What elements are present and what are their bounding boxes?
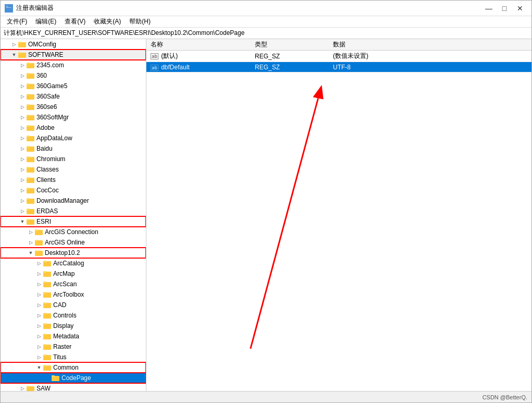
- label-classes: Classes: [36, 166, 59, 173]
- expander-saw[interactable]: ▷: [18, 384, 27, 391]
- expander-codepage[interactable]: [43, 374, 52, 382]
- tree-item-appdatalow[interactable]: ▷ AppDataLow: [1, 133, 146, 143]
- tree-item-downloadmgr[interactable]: ▷ DownloadManager: [1, 196, 146, 206]
- folder-icon-saw: [27, 385, 35, 391]
- svg-rect-18: [27, 115, 30, 116]
- tree-item-arcmap[interactable]: ▷ ArcMap: [1, 268, 146, 279]
- expander-clients[interactable]: ▷: [18, 176, 27, 184]
- expander-arcmap[interactable]: ▷: [35, 270, 43, 278]
- expander-baidu[interactable]: ▷: [18, 144, 27, 153]
- close-button[interactable]: ✕: [513, 3, 527, 14]
- expander-360[interactable]: ▷: [18, 71, 27, 80]
- tree-item-esri[interactable]: ▼ ESRI: [1, 216, 146, 227]
- expander-appdatalow[interactable]: ▷: [18, 134, 27, 142]
- tree-item-titus[interactable]: ▷ Titus: [1, 352, 146, 362]
- tree-item-arctoolbox[interactable]: ▷ ArcToolbox: [1, 289, 146, 300]
- expander-erdas[interactable]: ▷: [18, 207, 27, 215]
- tree-item-classes[interactable]: ▷ Classes: [1, 164, 146, 175]
- table-row[interactable]: ab dbfDefault REG_SZ UTF-8: [146, 62, 531, 72]
- menu-bar: 文件(F) 编辑(E) 查看(V) 收藏夹(A) 帮助(H): [1, 16, 531, 28]
- table-row[interactable]: ab (默认) REG_SZ (数值未设置): [146, 51, 531, 62]
- minimize-button[interactable]: —: [481, 3, 496, 14]
- tree-item-adobe[interactable]: ▷ Adobe: [1, 123, 146, 133]
- label-arcgis-online: ArcGIS Online: [45, 239, 85, 246]
- expander-arcgis-online[interactable]: ▷: [27, 238, 35, 247]
- tree-item-360se6[interactable]: ▷ 360se6: [1, 102, 146, 112]
- expander-arcscan[interactable]: ▷: [35, 280, 43, 288]
- tree-item-codepage[interactable]: CodePage: [1, 373, 146, 383]
- expander-2345com[interactable]: ▷: [18, 61, 27, 69]
- expander-software[interactable]: ▼: [10, 51, 18, 59]
- expander-adobe[interactable]: ▷: [18, 124, 27, 132]
- menu-edit[interactable]: 编辑(E): [31, 16, 60, 27]
- expander-omconfig[interactable]: ▷: [10, 40, 18, 48]
- maximize-button[interactable]: □: [497, 3, 512, 14]
- expander-arctoolbox[interactable]: ▷: [35, 290, 43, 299]
- menu-help[interactable]: 帮助(H): [125, 16, 155, 27]
- tree-item-raster[interactable]: ▷ Raster: [1, 341, 146, 352]
- tree-item-2345com[interactable]: ▷ 2345.com: [1, 60, 146, 70]
- expander-common[interactable]: ▼: [35, 363, 43, 372]
- tree-item-metadata[interactable]: ▷ Metadata: [1, 331, 146, 341]
- expander-arccatalog[interactable]: ▷: [35, 259, 43, 267]
- tree-item-coccoc[interactable]: ▷ CocCoc: [1, 185, 146, 196]
- expander-360se6[interactable]: ▷: [18, 103, 27, 111]
- label-common: Common: [53, 364, 79, 371]
- expander-360game5[interactable]: ▷: [18, 82, 27, 90]
- expander-coccoc[interactable]: ▷: [18, 186, 27, 194]
- tree-item-desktop102[interactable]: ▼ Desktop10.2: [1, 248, 146, 258]
- tree-item-saw[interactable]: ▷ SAW: [1, 383, 146, 391]
- tree-item-erdas[interactable]: ▷ ERDAS: [1, 206, 146, 216]
- svg-rect-58: [43, 323, 46, 325]
- window-controls: — □ ✕: [481, 3, 527, 14]
- tree-item-clients[interactable]: ▷ Clients: [1, 175, 146, 185]
- label-downloadmgr: DownloadManager: [36, 197, 89, 204]
- expander-classes[interactable]: ▷: [18, 165, 27, 174]
- tree-item-omconfig[interactable]: ▷ OMConfig: [1, 39, 146, 50]
- label-appdatalow: AppDataLow: [36, 135, 72, 142]
- expander-cad[interactable]: ▷: [35, 301, 43, 309]
- tree-item-arcgis-conn[interactable]: ▷ ArcGIS Connection: [1, 227, 146, 237]
- tree-item-arcgis-online[interactable]: ▷ ArcGIS Online: [1, 237, 146, 248]
- tree-item-360softmgr[interactable]: ▷ 360SoftMgr: [1, 112, 146, 123]
- menu-favorites[interactable]: 收藏夹(A): [90, 16, 125, 27]
- expander-titus[interactable]: ▷: [35, 353, 43, 361]
- expander-desktop102[interactable]: ▼: [27, 249, 35, 257]
- expander-raster[interactable]: ▷: [35, 343, 43, 351]
- tree-item-arcscan[interactable]: ▷ ArcScan: [1, 279, 146, 289]
- tree-item-baidu[interactable]: ▷ Baidu: [1, 143, 146, 154]
- col-data[interactable]: 数据: [329, 39, 531, 51]
- expander-360safe[interactable]: ▷: [18, 92, 27, 101]
- tree-item-360game5[interactable]: ▷ 360Game5: [1, 81, 146, 91]
- label-arcmap: ArcMap: [53, 270, 75, 277]
- tree-item-360safe[interactable]: ▷ 360Safe: [1, 91, 146, 102]
- expander-360softmgr[interactable]: ▷: [18, 113, 27, 121]
- folder-icon-classes: [27, 166, 35, 173]
- expander-esri[interactable]: ▼: [18, 217, 27, 226]
- menu-view[interactable]: 查看(V): [60, 16, 90, 27]
- expander-arcgis-conn[interactable]: ▷: [27, 228, 35, 236]
- folder-icon-arcgis-online: [35, 239, 43, 246]
- tree-pane[interactable]: ▷ OMConfig ▼ SOFTWARE ▷ 2345.: [1, 39, 146, 391]
- tree-item-360[interactable]: ▷ 360: [1, 70, 146, 81]
- label-metadata: Metadata: [53, 333, 79, 340]
- tree-item-cad[interactable]: ▷ CAD: [1, 300, 146, 310]
- expander-controls[interactable]: ▷: [35, 311, 43, 320]
- tree-item-chromium[interactable]: ▷ Chromium: [1, 154, 146, 164]
- expander-display[interactable]: ▷: [35, 322, 43, 330]
- tree-item-display[interactable]: ▷ Display: [1, 321, 146, 331]
- tree-item-controls[interactable]: ▷ Controls: [1, 310, 146, 321]
- col-type[interactable]: 类型: [251, 39, 329, 51]
- svg-rect-32: [27, 188, 30, 189]
- tree-item-arccatalog[interactable]: ▷ ArcCatalog: [1, 258, 146, 268]
- tree-item-common[interactable]: ▼ Common: [1, 362, 146, 373]
- expander-metadata[interactable]: ▷: [35, 332, 43, 340]
- label-360: 360: [36, 72, 47, 79]
- expander-chromium[interactable]: ▷: [18, 155, 27, 163]
- label-2345com: 2345.com: [36, 62, 64, 69]
- tree-item-software[interactable]: ▼ SOFTWARE: [1, 50, 146, 60]
- status-text: CSDN @BetterQ.: [482, 394, 527, 400]
- col-name[interactable]: 名称: [146, 39, 251, 51]
- expander-downloadmgr[interactable]: ▷: [18, 197, 27, 205]
- menu-file[interactable]: 文件(F): [3, 16, 31, 27]
